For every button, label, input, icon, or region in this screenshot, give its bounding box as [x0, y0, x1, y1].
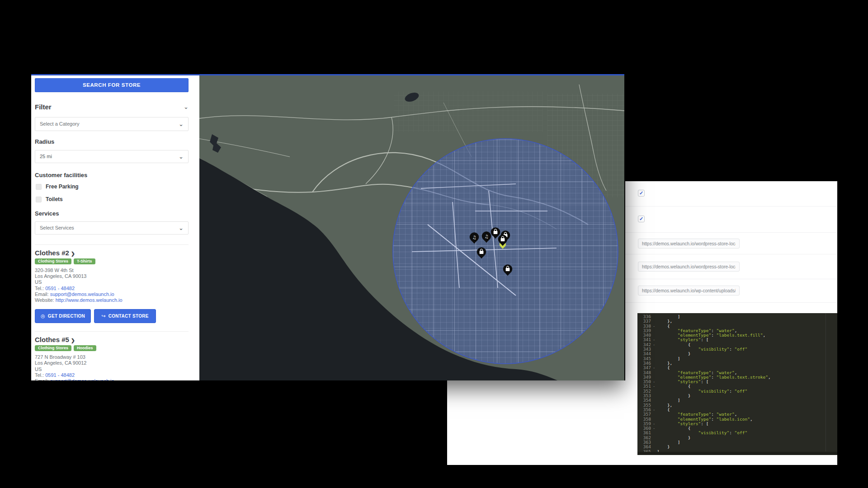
facility-label: Toilets — [46, 196, 63, 202]
address-line: Los Angeles, CA 90013 — [35, 273, 189, 279]
store-title-link[interactable]: Clothes #5❯ — [35, 336, 189, 343]
website-link[interactable]: http://www.demos.welaunch.io — [56, 297, 123, 303]
url-field[interactable] — [638, 286, 740, 296]
map-svg: ♫♫ — [199, 75, 624, 380]
store-name: Clothes #5 — [35, 336, 69, 343]
settings-row: ✓ — [625, 181, 837, 206]
address-line: 727 N Broadway # 103 — [35, 354, 189, 360]
store-name: Clothes #2 — [35, 249, 69, 257]
editor-bottom-strip — [637, 452, 837, 455]
services-select-value: Select Services — [40, 222, 74, 234]
address-country: US — [35, 366, 189, 372]
store-tag: Hoodies — [74, 345, 96, 351]
store-email-line: Email: support@demos.welaunch.io — [35, 291, 189, 297]
email-link[interactable]: support@demos.welaunch.io — [50, 378, 114, 380]
editor-ruler — [826, 313, 826, 451]
address-line: Los Angeles, CA 90012 — [35, 360, 189, 366]
divider — [35, 331, 189, 332]
radius-title: Radius — [35, 138, 189, 145]
filter-title: Filter — [35, 103, 52, 111]
chevron-down-icon: ⌄ — [179, 150, 184, 163]
settings-panel: ✓ ✓ — [625, 181, 837, 303]
store-tel-line: Tel.: 0591 - 48482 — [35, 372, 189, 378]
svg-text:♫: ♫ — [484, 234, 488, 239]
chevron-down-icon: ⌄ — [179, 222, 184, 234]
code-editor[interactable]: 336 ]337 },338- {339 "featureType": "wat… — [637, 313, 837, 455]
svg-text:♫: ♫ — [472, 235, 476, 240]
address-country: US — [35, 279, 189, 285]
search-for-store-button[interactable]: SEARCH FOR STORE — [35, 78, 189, 92]
store-title-link[interactable]: Clothes #2❯ — [35, 249, 189, 257]
address-line: 320-398 W 4th St — [35, 267, 189, 273]
check-icon: ✓ — [639, 190, 643, 196]
email-link[interactable]: support@demos.welaunch.io — [50, 291, 114, 297]
settings-row — [625, 279, 837, 303]
facility-option-row: Free Parking — [35, 182, 189, 191]
store-tel-line: Tel.: 0591 - 48482 — [35, 286, 189, 291]
store-tag: Clothing Stores — [35, 258, 71, 264]
settings-checkbox[interactable]: ✓ — [638, 216, 645, 222]
locator-sidebar: SEARCH FOR STORE Filter ⌄ Select a Categ… — [31, 75, 199, 380]
free-parking-checkbox[interactable] — [36, 184, 42, 190]
url-field[interactable] — [638, 262, 740, 272]
chevron-down-icon[interactable]: ⌄ — [184, 103, 189, 110]
tel-link[interactable]: 0591 - 48482 — [45, 372, 75, 378]
chevron-down-icon: ⌄ — [179, 117, 184, 131]
filter-section-header[interactable]: Filter ⌄ — [35, 103, 189, 111]
divider — [35, 244, 189, 245]
radius-select-value: 25 mi — [40, 150, 52, 163]
store-website-line: Website: http://www.demos.welaunch.io — [35, 297, 189, 303]
store-tag: Clothing Stores — [35, 345, 71, 351]
tel-link[interactable]: 0591 - 48482 — [45, 286, 75, 291]
get-direction-label: GET DIRECTION — [48, 314, 85, 319]
store-tags: Clothing Stores Hoodies — [35, 345, 189, 351]
facility-option-row: Toilets — [35, 195, 189, 204]
code-line: 364 } — [637, 445, 837, 449]
store-card-buttons: ◎ GET DIRECTION ↪ CONTACT STORE — [35, 309, 189, 323]
code-lines: 336 ]337 },338- {339 "featureType": "wat… — [637, 313, 837, 454]
chevron-right-icon: ❯ — [71, 251, 75, 256]
radius-select[interactable]: 25 mi ⌄ — [35, 150, 189, 163]
settings-row — [625, 233, 837, 254]
category-select-value: Select a Category — [40, 117, 79, 131]
store-address: 727 N Broadway # 103 Los Angeles, CA 900… — [35, 354, 189, 380]
toilets-checkbox[interactable] — [36, 197, 42, 202]
screenshot-stage: ✓ ✓ 336 ]337 },338- {339 "featureType": … — [0, 0, 868, 488]
store-tags: Clothing Stores T-Shirts — [35, 258, 189, 264]
check-icon: ✓ — [639, 216, 643, 221]
map-canvas[interactable]: ♫♫ — [199, 75, 624, 380]
category-select[interactable]: Select a Category ⌄ — [35, 117, 189, 131]
settings-row — [625, 254, 837, 279]
direction-icon: ◎ — [41, 313, 45, 319]
chevron-right-icon: ❯ — [71, 338, 75, 343]
facilities-title: Customer facilities — [35, 172, 189, 178]
store-address: 320-398 W 4th St Los Angeles, CA 90013 U… — [35, 267, 189, 303]
admin-page-sheet-bottom — [447, 380, 628, 465]
store-tag: T-Shirts — [74, 258, 95, 264]
services-select[interactable]: Select Services ⌄ — [35, 221, 189, 235]
url-field[interactable] — [638, 239, 740, 249]
services-title: Services — [35, 210, 189, 217]
settings-row: ✓ — [625, 206, 837, 233]
contact-store-label: CONTACT STORE — [108, 314, 149, 319]
contact-store-button[interactable]: ↪ CONTACT STORE — [94, 309, 156, 323]
settings-checkbox[interactable]: ✓ — [638, 190, 645, 197]
store-email-line: Email: support@demos.welaunch.io — [35, 378, 189, 380]
facility-label: Free Parking — [46, 183, 79, 190]
store-locator-window: SEARCH FOR STORE Filter ⌄ Select a Categ… — [31, 74, 624, 380]
contact-arrow-icon: ↪ — [101, 313, 106, 319]
get-direction-button[interactable]: ◎ GET DIRECTION — [35, 309, 91, 323]
